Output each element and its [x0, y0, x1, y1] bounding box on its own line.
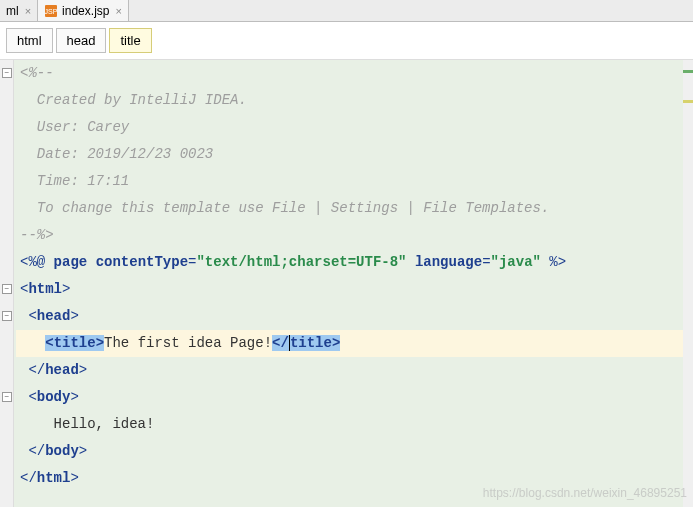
code-text: java [499, 254, 533, 270]
tab-label: index.jsp [62, 4, 109, 18]
highlight-open-tag: <title> [45, 335, 104, 351]
code-editor[interactable]: − − − − <%-- Created by IntelliJ IDEA. U… [0, 60, 693, 507]
crumb-head[interactable]: head [56, 28, 107, 53]
jsp-file-icon: JSP [44, 4, 58, 18]
file-tab[interactable]: JSP index.jsp × [38, 0, 129, 21]
code-text: head [45, 362, 79, 378]
crumb-html[interactable]: html [6, 28, 53, 53]
fold-icon[interactable]: − [2, 68, 12, 78]
code-text: <%-- [20, 65, 54, 81]
highlight-close-tag: </title> [272, 335, 340, 351]
code-text: To change this template use File | Setti… [20, 200, 549, 216]
code-area[interactable]: <%-- Created by IntelliJ IDEA. User: Car… [0, 60, 693, 492]
code-text: --%> [20, 227, 54, 243]
close-icon[interactable]: × [25, 5, 31, 17]
code-text: The first idea Page! [104, 335, 272, 351]
code-text: Created by IntelliJ IDEA. [20, 92, 247, 108]
code-text: head [37, 308, 71, 324]
gutter: − − − − [0, 60, 14, 507]
code-text: Time: 17:11 [20, 173, 129, 189]
code-text: <%@ [20, 254, 54, 270]
file-tab[interactable]: ml × [0, 0, 38, 21]
code-text: html [28, 281, 62, 297]
code-text: page [54, 254, 88, 270]
code-text: language [415, 254, 482, 270]
code-text: html [37, 470, 71, 486]
fold-icon[interactable]: − [2, 311, 12, 321]
svg-text:JSP: JSP [45, 8, 58, 15]
code-text: Hello, idea! [20, 416, 154, 432]
code-text: User: Carey [20, 119, 129, 135]
code-text: Date: 2019/12/23 0023 [20, 146, 213, 162]
breadcrumb: html head title [0, 22, 693, 60]
code-text: contentType [96, 254, 188, 270]
fold-icon[interactable]: − [2, 284, 12, 294]
code-text: body [37, 389, 71, 405]
crumb-title[interactable]: title [109, 28, 151, 53]
close-icon[interactable]: × [115, 5, 121, 17]
tab-label: ml [6, 4, 19, 18]
marker-strip [683, 60, 693, 507]
file-tabs: ml × JSP index.jsp × [0, 0, 693, 22]
fold-icon[interactable]: − [2, 392, 12, 402]
code-text: body [45, 443, 79, 459]
code-text: text/html;charset=UTF-8 [205, 254, 398, 270]
